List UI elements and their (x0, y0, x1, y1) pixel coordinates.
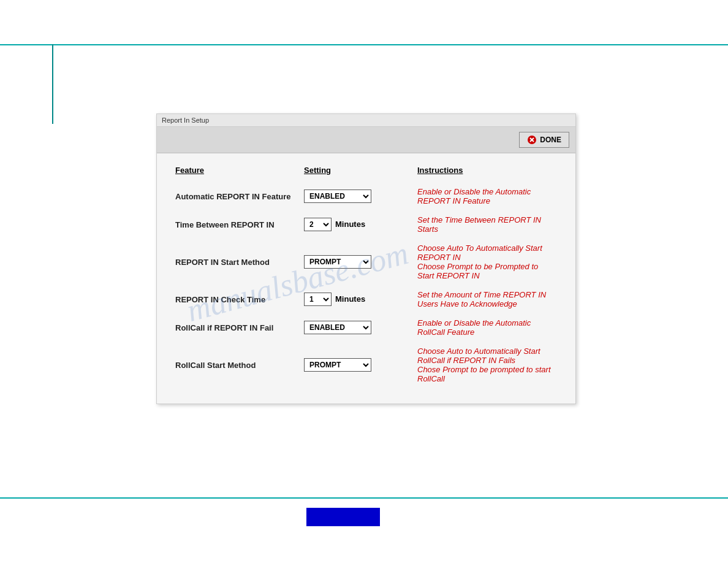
setting-select[interactable]: PROMPTAUTO (304, 358, 371, 372)
header-row: Feature Setting Instructions (175, 166, 557, 182)
dialog-toolbar: DONE (157, 127, 575, 153)
setting-cell: 12345Minutes (304, 285, 417, 313)
setting-select[interactable]: 1234510152030 (304, 218, 332, 231)
setting-cell: ENABLEDDISABLED (304, 182, 417, 210)
bottom-blue-button[interactable] (306, 508, 380, 526)
setting-select[interactable]: PROMPTAUTO (304, 255, 371, 269)
done-label: DONE (540, 136, 561, 144)
instructions-cell: Set the Amount of Time REPORT IN Users H… (417, 285, 557, 313)
col-header-instructions: Instructions (417, 166, 557, 182)
instructions-cell: Enable or Disable the Automatic RollCall… (417, 313, 557, 342)
bottom-border (0, 497, 728, 499)
setting-select[interactable]: 12345 (304, 293, 332, 306)
feature-label: REPORT IN Check Time (175, 285, 304, 313)
dialog-content: Feature Setting Instructions Automatic R… (157, 153, 575, 404)
left-border (52, 44, 53, 124)
feature-label: REPORT IN Start Method (175, 239, 304, 285)
instructions-cell: Set the Time Between REPORT IN Starts (417, 210, 557, 239)
setting-cell: PROMPTAUTO (304, 342, 417, 388)
col-header-setting: Setting (304, 166, 417, 182)
table-row: REPORT IN Start MethodPROMPTAUTOChoose A… (175, 239, 557, 285)
setting-cell: ENABLEDDISABLED (304, 313, 417, 342)
table-row: Automatic REPORT IN FeatureENABLEDDISABL… (175, 182, 557, 210)
setting-select[interactable]: ENABLEDDISABLED (304, 190, 371, 203)
done-icon (527, 135, 537, 145)
feature-label: RollCall if REPORT IN Fail (175, 313, 304, 342)
setting-cell: 1234510152030Minutes (304, 210, 417, 239)
table-row: Time Between REPORT IN1234510152030Minut… (175, 210, 557, 239)
done-button[interactable]: DONE (519, 132, 569, 148)
instructions-cell: Choose Auto to Automatically Start RollC… (417, 342, 557, 388)
col-header-feature: Feature (175, 166, 304, 182)
feature-label: RollCall Start Method (175, 342, 304, 388)
feature-label: Time Between REPORT IN (175, 210, 304, 239)
table-row: RollCall Start MethodPROMPTAUTOChoose Au… (175, 342, 557, 388)
feature-label: Automatic REPORT IN Feature (175, 182, 304, 210)
settings-table: Feature Setting Instructions Automatic R… (175, 166, 557, 388)
top-border (0, 44, 728, 45)
dialog-title: Report In Setup (162, 117, 209, 124)
dialog-title-bar: Report In Setup (157, 114, 575, 127)
setting-select[interactable]: ENABLEDDISABLED (304, 321, 371, 334)
setting-cell: PROMPTAUTO (304, 239, 417, 285)
table-row: REPORT IN Check Time12345MinutesSet the … (175, 285, 557, 313)
minutes-label: Minutes (335, 220, 365, 229)
instructions-cell: Choose Auto To Automatically Start REPOR… (417, 239, 557, 285)
report-in-setup-dialog: Report In Setup DONE Featur (156, 113, 576, 404)
minutes-label: Minutes (335, 294, 365, 304)
instructions-cell: Enable or Disable the Automatic REPORT I… (417, 182, 557, 210)
table-row: RollCall if REPORT IN FailENABLEDDISABLE… (175, 313, 557, 342)
